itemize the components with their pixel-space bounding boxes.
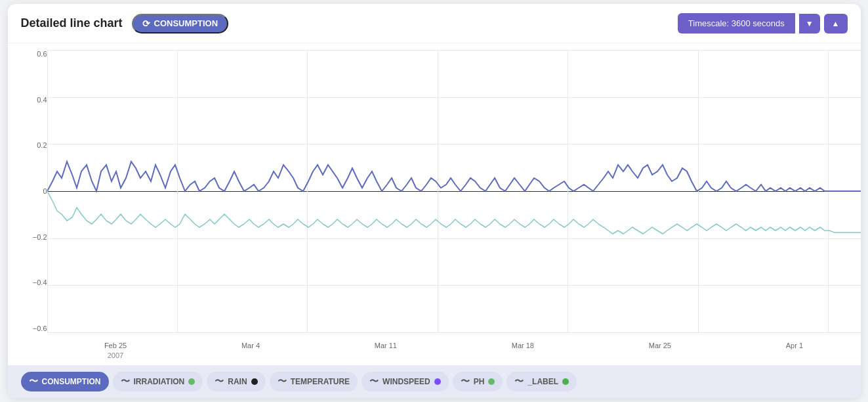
y-label-n04: −0.4 (33, 279, 47, 286)
legend-temperature[interactable]: 〜 TEMPERATURE (270, 372, 358, 391)
temperature-legend-label: TEMPERATURE (291, 377, 350, 386)
timescale-dropdown-button[interactable]: ▼ (799, 14, 820, 34)
rain-dot (251, 378, 258, 385)
label-legend-label: _LABEL (527, 377, 558, 386)
windspeed-dot (434, 378, 441, 385)
chart-header: Detailed line chart ⟳ CONSUMPTION Timesc… (8, 4, 861, 43)
legend-windspeed[interactable]: 〜 WINDSPEED (362, 372, 449, 391)
badge-label: CONSUMPTION (154, 18, 218, 28)
chart-title: Detailed line chart (21, 16, 123, 30)
irradiation-dot (188, 378, 195, 385)
y-label-02: 0.2 (37, 141, 47, 149)
x-label-feb25: Feb 252007 (104, 341, 127, 360)
windspeed-legend-label: WINDSPEED (382, 377, 430, 386)
label-wave-icon: 〜 (514, 376, 524, 388)
irradiation-legend-label: IRRADIATION (134, 377, 185, 386)
x-label-apr1: Apr 1 (786, 341, 803, 350)
header-left: Detailed line chart ⟳ CONSUMPTION (21, 14, 229, 34)
consumption-wave-icon: 〜 (29, 376, 38, 388)
chart-svg (47, 50, 861, 332)
ph-legend-label: PH (474, 377, 485, 386)
rain-legend-label: RAIN (228, 377, 247, 386)
timescale-up-button[interactable]: ▲ (824, 14, 848, 34)
y-label-n02: −0.2 (33, 233, 47, 241)
consumption-line (47, 162, 861, 191)
rain-wave-icon: 〜 (215, 376, 224, 388)
legend-consumption[interactable]: 〜 CONSUMPTION (21, 372, 109, 391)
consumption-badge-button[interactable]: ⟳ CONSUMPTION (132, 14, 229, 34)
grid-line-bottom (47, 332, 861, 333)
x-label-mar25: Mar 25 (649, 341, 671, 350)
legend-rain[interactable]: 〜 RAIN (207, 372, 265, 391)
y-axis: 0.6 0.4 0.2 0 −0.2 −0.4 −0.6 (14, 50, 47, 332)
windspeed-wave-icon: 〜 (369, 376, 379, 388)
chart-area: 0.6 0.4 0.2 0 −0.2 −0.4 −0.6 (8, 43, 861, 365)
legend-ph[interactable]: 〜 PH (453, 372, 503, 391)
consumption-legend-label: CONSUMPTION (42, 377, 101, 386)
ph-dot (488, 378, 495, 385)
label-dot (562, 378, 569, 385)
x-label-mar18: Mar 18 (512, 341, 534, 350)
y-label-06: 0.6 (37, 50, 47, 58)
x-label-mar4: Mar 4 (241, 341, 260, 350)
irradiation-wave-icon: 〜 (121, 376, 130, 388)
timescale-button[interactable]: Timescale: 3600 seconds (678, 13, 795, 34)
y-label-04: 0.4 (37, 96, 47, 104)
legend-irradiation[interactable]: 〜 IRRADIATION (113, 372, 203, 391)
x-axis: Feb 252007 Mar 4 Mar 11 Mar 18 Mar 25 Ap… (47, 341, 861, 360)
legend-bar: 〜 CONSUMPTION 〜 IRRADIATION 〜 RAIN 〜 TEM… (8, 365, 861, 398)
y-label-n06: −0.6 (33, 324, 47, 332)
temperature-line (47, 191, 861, 234)
temperature-wave-icon: 〜 (278, 376, 287, 388)
badge-icon: ⟳ (142, 18, 150, 29)
legend-label[interactable]: 〜 _LABEL (506, 372, 577, 391)
ph-wave-icon: 〜 (461, 376, 470, 388)
x-label-mar11: Mar 11 (375, 341, 397, 350)
timescale-wrapper: Timescale: 3600 seconds ▼ ▲ (678, 13, 848, 34)
chart-card: Detailed line chart ⟳ CONSUMPTION Timesc… (8, 4, 861, 398)
